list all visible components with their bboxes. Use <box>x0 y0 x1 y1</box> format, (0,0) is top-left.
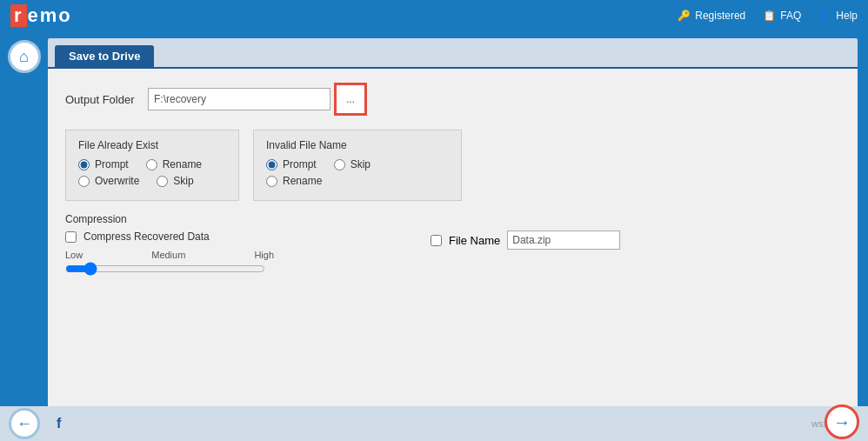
file-exist-row1: Prompt Rename <box>78 158 226 175</box>
file-exist-overwrite-option: Overwrite <box>78 175 139 187</box>
compress-label: Compress Recovered Data <box>83 231 210 243</box>
person-icon: 👤 <box>818 10 831 22</box>
browse-button[interactable]: ... <box>334 83 367 116</box>
facebook-link[interactable]: f <box>57 416 61 431</box>
compress-checkbox-row: Compress Recovered Data <box>65 231 274 243</box>
invalid-row1: Prompt Skip <box>266 158 449 175</box>
filename-input[interactable] <box>507 231 620 250</box>
key-icon: 🔑 <box>678 10 691 22</box>
invalid-prompt-radio[interactable] <box>266 159 277 170</box>
compression-box: Compression Compress Recovered Data Low … <box>65 213 840 278</box>
output-folder-row: Output Folder ... <box>65 83 840 116</box>
file-exist-skip-option: Skip <box>157 175 193 187</box>
compression-slider[interactable] <box>65 262 265 276</box>
compress-left: Compress Recovered Data Low Medium High <box>65 231 274 278</box>
file-exist-prompt-radio[interactable] <box>78 159 90 170</box>
file-exist-rename-label: Rename <box>163 158 202 170</box>
file-exist-skip-label: Skip <box>173 175 193 187</box>
logo-text: emo <box>28 4 72 27</box>
invalid-rename-option: Rename <box>266 175 449 187</box>
invalid-rename-label: Rename <box>283 175 322 187</box>
faq-nav-item[interactable]: 📋 FAQ <box>763 10 801 22</box>
registered-label: Registered <box>695 10 745 22</box>
slider-high-label: High <box>254 250 274 260</box>
filename-checkbox[interactable] <box>431 235 442 246</box>
header: r emo 🔑 Registered 📋 FAQ 👤 Help <box>0 0 868 31</box>
slider-labels: Low Medium High <box>65 250 274 260</box>
invalid-file-title: Invalid File Name <box>266 139 449 151</box>
file-exist-title: File Already Exist <box>78 139 226 151</box>
sidebar: ⌂ <box>0 31 48 406</box>
content-panel: Save to Drive Output Folder ... File Alr… <box>48 38 858 406</box>
faq-icon: 📋 <box>763 10 776 22</box>
invalid-skip-option: Skip <box>334 158 371 170</box>
home-button[interactable]: ⌂ <box>8 40 41 73</box>
back-button[interactable]: ← <box>9 408 40 439</box>
back-icon: ← <box>17 415 32 433</box>
invalid-prompt-option: Prompt <box>266 158 317 170</box>
invalid-prompt-label: Prompt <box>283 158 317 170</box>
save-to-drive-tab[interactable]: Save to Drive <box>55 45 154 67</box>
forward-button[interactable]: → <box>825 404 859 439</box>
invalid-file-name-box: Invalid File Name Prompt Skip Re <box>253 130 462 201</box>
file-exist-rename-option: Rename <box>146 158 202 170</box>
file-exist-prompt-option: Prompt <box>78 158 129 170</box>
filename-area: File Name <box>431 231 620 250</box>
form-area: Output Folder ... File Already Exist Pro… <box>48 67 858 406</box>
output-folder-label: Output Folder <box>65 93 148 106</box>
footer-bar: f wsxdn.com ← → <box>0 406 868 441</box>
filename-label: File Name <box>449 234 500 247</box>
slider-low-label: Low <box>65 250 83 260</box>
file-exist-row2: Overwrite Skip <box>78 175 226 191</box>
faq-label: FAQ <box>780 10 801 22</box>
file-exist-rename-radio[interactable] <box>146 159 157 170</box>
ellipsis-icon: ... <box>346 93 355 105</box>
file-already-exist-box: File Already Exist Prompt Rename <box>65 130 239 201</box>
file-exist-skip-radio[interactable] <box>157 176 168 187</box>
compression-title: Compression <box>65 213 840 225</box>
invalid-skip-label: Skip <box>351 158 371 170</box>
invalid-skip-radio[interactable] <box>334 159 345 170</box>
tab-bar: Save to Drive <box>48 38 858 67</box>
logo: r emo <box>10 4 72 27</box>
help-nav-item[interactable]: 👤 Help <box>818 10 858 22</box>
help-label: Help <box>836 10 858 22</box>
file-exist-overwrite-radio[interactable] <box>78 176 90 187</box>
registered-nav-item[interactable]: 🔑 Registered <box>678 10 745 22</box>
home-icon: ⌂ <box>19 48 29 66</box>
main-area: ⌂ Save to Drive Output Folder ... <box>0 31 868 406</box>
slider-medium-label: Medium <box>151 250 185 260</box>
header-nav: 🔑 Registered 📋 FAQ 👤 Help <box>678 10 858 22</box>
file-exist-prompt-label: Prompt <box>95 158 129 170</box>
compress-checkbox[interactable] <box>65 231 77 243</box>
logo-box: r <box>10 4 27 27</box>
file-exist-overwrite-label: Overwrite <box>95 175 139 187</box>
invalid-rename-radio[interactable] <box>266 176 277 187</box>
two-col-section: File Already Exist Prompt Rename <box>65 130 840 201</box>
output-folder-input[interactable] <box>148 88 331 110</box>
forward-icon: → <box>833 412 851 432</box>
